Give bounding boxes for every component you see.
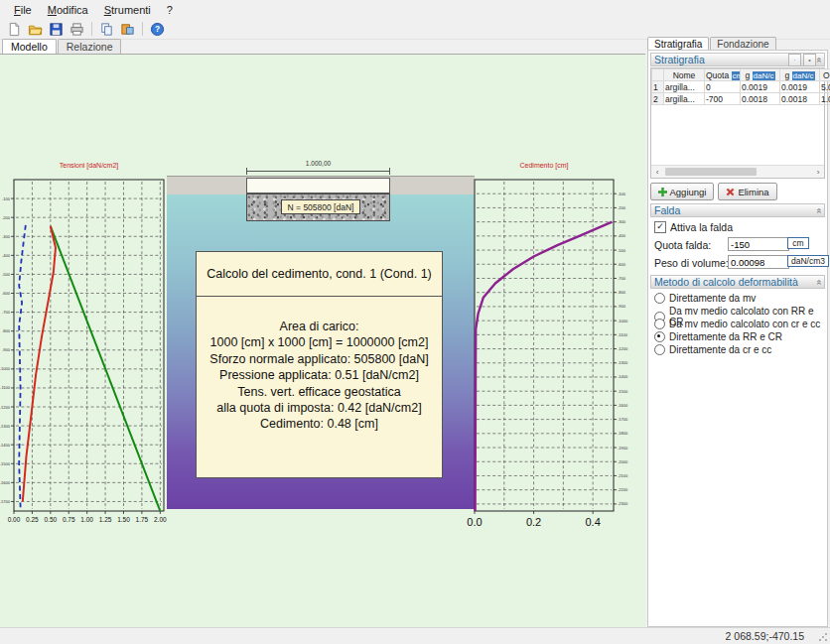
tab-stratigrafia[interactable]: Stratigrafia [647,37,709,51]
left-chart-title: Tensioni [daN/cm2] [14,162,164,169]
table-cell[interactable]: 0 [705,81,741,93]
quota-falda-label: Quota falda: [654,239,711,251]
stratigrafia-grid: Nome Quota cmg daN/cg daN/cOCR 1argilla.… [650,67,825,179]
column-unit: daN/c [792,71,815,80]
svg-text:-1600: -1600 [0,480,11,485]
metodo-radio-option[interactable]: Direttamente da mv [654,293,825,304]
grid-option-button[interactable]: · [788,54,801,66]
falda-group-header[interactable]: Falda « [650,203,825,217]
tab-modello[interactable]: Modello [2,39,57,54]
table-row[interactable]: 2argilla...-7000.00180.00181.00 [652,93,830,105]
metodo-radio-option[interactable]: Direttamente da cr e cc [654,344,825,355]
horizontal-scrollbar[interactable]: ‹ › [651,165,824,178]
scrollbar-thumb[interactable] [665,168,757,176]
table-cell[interactable]: argilla... [664,81,705,93]
peso-volume-input[interactable] [728,255,789,269]
radio-icon[interactable] [654,293,665,304]
result-info-line: Area di carico: [197,319,442,334]
scroll-right-icon[interactable]: › [812,168,824,177]
column-header[interactable]: Nome [664,69,705,81]
svg-text:0.2: 0.2 [526,516,541,528]
collapse-chevron-icon[interactable]: « [814,207,823,212]
radio-label: Direttamente da mv [669,293,756,304]
status-bar: 2 068.59;-470.15 [0,627,830,644]
chart-cedimento: -100-200-300-400-500-600-700-800-900-100… [467,180,628,528]
table-cell[interactable]: 0.0019 [780,81,820,93]
result-info-line: alla quota di imposta: 0.42 [daN/cm2] [197,400,442,416]
metodo-radio-option[interactable]: Da mv medio calcolato con cr e cc [654,319,825,329]
table-cell[interactable]: 0.0018 [780,93,820,105]
save-button[interactable] [46,19,67,39]
column-header[interactable]: g daN/c [780,69,820,81]
metodo-group-header[interactable]: Metodo di calcolo deformabilità « [650,275,825,289]
svg-text:-1300: -1300 [618,360,628,365]
table-cell[interactable]: 1.00 [820,93,830,105]
svg-text:-1200: -1200 [0,405,11,410]
attiva-falda-label: Attiva la falda [670,221,733,233]
svg-text:1.75: 1.75 [136,516,149,523]
svg-text:-1600: -1600 [618,403,628,408]
series-tensione-verticale-totale [51,226,161,511]
result-info-line: Pressione applicata: 0.51 [daN/cm2] [197,367,442,383]
panel-tab-strip: Stratigrafia Fondazione [647,36,777,51]
corner-cell [652,69,664,81]
open-file-button[interactable] [25,19,46,39]
stratigrafia-panel: Stratigrafia · • « Nome Quota cmg daN/cg… [647,50,828,627]
column-header[interactable]: Quota cm [705,69,741,81]
table-cell[interactable]: 0.0018 [741,93,780,105]
falda-group-title: Falda [654,204,680,216]
column-header[interactable]: OCR [820,69,830,81]
row-number: 1 [652,81,664,93]
stratigrafia-group-header[interactable]: Stratigrafia · • « [650,53,825,66]
scroll-left-icon[interactable]: ‹ [651,168,663,177]
app-window: FileModificaStrumenti? ? Modello Relazio… [0,0,830,644]
help-button[interactable]: ? [147,19,168,39]
radio-icon[interactable] [654,319,665,329]
collapse-chevron-icon[interactable]: « [814,279,823,284]
menu-item[interactable]: File [6,2,40,18]
result-info-line: 1000 [cm] x 1000 [cm] = 1000000 [cm2] [197,334,442,350]
resize-grip[interactable] [818,632,828,642]
tab-fondazione[interactable]: Fondazione [710,37,775,51]
foundation-plinth [246,178,390,193]
delete-layer-button[interactable]: Elimina [718,183,777,200]
svg-text:-400: -400 [618,233,626,238]
menu-item[interactable]: Modifica [40,2,96,18]
add-layer-button[interactable]: Aggiungi [650,183,714,200]
open-folder-icon [28,22,43,37]
print-button[interactable] [67,19,87,39]
menu-item[interactable]: ? [159,2,181,18]
radio-icon[interactable] [654,331,665,342]
table-cell[interactable]: 5.00 [820,81,830,93]
radio-label: Da mv medio calcolato con cr e cc [669,319,820,329]
table-row[interactable]: 1argilla...00.00190.00195.00 [652,81,830,93]
radio-icon[interactable] [654,344,665,355]
tab-relazione[interactable]: Relazione [58,39,122,54]
stratigrafia-table: Nome Quota cmg daN/cg daN/cOCR 1argilla.… [651,68,830,105]
metodo-radio-option[interactable]: Direttamente da RR e CR [654,331,825,342]
foundation-dimension-label: 1.000,00 [246,160,390,167]
table-cell[interactable]: 0.0019 [741,81,780,93]
paste-image-button[interactable] [117,19,138,39]
cursor-coordinates: 2 068.59;-470.15 [726,630,804,642]
quota-falda-row: Quota falda: cm [654,239,825,251]
svg-text:-1400: -1400 [0,443,11,448]
svg-text:-700: -700 [2,310,11,315]
column-header[interactable]: g daN/c [741,69,780,81]
attiva-falda-checkbox[interactable]: ✓ [654,221,666,233]
copy-icon [99,22,114,37]
model-drawing-canvas[interactable]: Tensioni [daN/cm2] Cedimento [cm] 1.000,… [0,54,645,627]
peso-volume-label: Peso di volume: [654,257,729,269]
table-cell[interactable]: -700 [705,93,741,105]
table-cell[interactable]: argilla... [664,93,705,105]
result-info-line: Sforzo normale applicato: 505800 [daN] [197,351,442,367]
collapse-chevron-icon[interactable]: « [814,57,823,62]
copy-button[interactable] [96,19,117,39]
svg-text:-1000: -1000 [618,319,628,323]
quota-falda-input[interactable] [728,237,789,251]
new-document-button[interactable] [4,19,25,39]
menu-item[interactable]: Strumenti [96,2,159,18]
svg-text:1.50: 1.50 [117,516,130,523]
svg-text:2.00: 2.00 [154,516,167,523]
svg-text:1.25: 1.25 [99,516,112,523]
